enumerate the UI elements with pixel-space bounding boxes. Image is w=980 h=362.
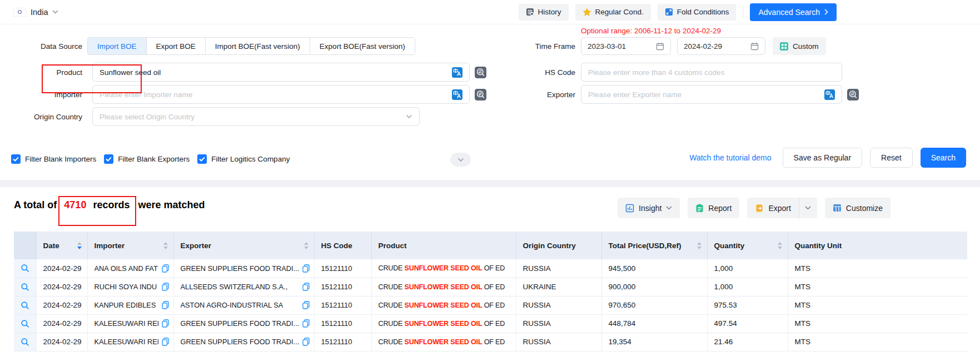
checkbox-label: Filter Blank Exporters (118, 155, 190, 163)
translate-icon[interactable] (452, 89, 462, 100)
export-button[interactable]: Export (747, 198, 798, 218)
exporter-placeholder: Please enter Exporter name (588, 90, 681, 99)
calendar-icon[interactable] (750, 42, 759, 51)
report-button[interactable]: Report (688, 198, 739, 218)
sort-arrows-icon[interactable] (301, 242, 309, 249)
data-source-tabs: Import BOE Export BOE Import BOE(Fast ve… (87, 37, 415, 55)
copy-icon[interactable] (302, 319, 310, 328)
tab-export-boe[interactable]: Export BOE (146, 38, 205, 54)
origin-country-select[interactable]: Please select Origin Country (92, 107, 420, 126)
sort-arrows-icon[interactable] (774, 242, 782, 249)
hs-code-input[interactable]: Please enter more than 4 customs codes (581, 63, 842, 82)
copy-icon[interactable] (162, 301, 169, 309)
cell-product: CRUDE SUNFLOWER SEED OIL OF ED (371, 278, 516, 296)
copy-icon[interactable] (162, 338, 169, 346)
cell-origin-country: UKRAINE (516, 278, 601, 296)
results-section: A total of 4710records were matched Insi… (0, 187, 980, 362)
fuzzy-match-toggle-icon[interactable] (475, 67, 486, 78)
column-header-total-price-usd-ref[interactable]: Total Price(USD,Ref) (601, 232, 707, 259)
copy-icon[interactable] (302, 283, 310, 291)
customize-icon (833, 204, 842, 212)
fuzzy-match-toggle-icon[interactable] (475, 89, 486, 100)
sort-arrows-icon[interactable] (694, 242, 702, 249)
cell-exporter: ASTON AGRO-INDUSTRIAL SA (181, 301, 283, 309)
topbar-actions: History Regular Cond. Fold Conditions Ad… (519, 3, 837, 21)
fuzzy-match-toggle-icon[interactable] (847, 89, 859, 100)
chevron-down-icon (406, 114, 412, 119)
sort-arrows-icon[interactable] (160, 242, 168, 249)
column-header-exporter[interactable]: Exporter (173, 232, 314, 259)
tutorial-demo-link[interactable]: Watch the tutorial demo (689, 153, 771, 162)
tab-import-boe-fast[interactable]: Import BOE(Fast version) (205, 38, 310, 54)
product-label: Product (14, 68, 82, 77)
collapse-panel-button[interactable] (450, 153, 471, 167)
column-header-importer[interactable]: Importer (87, 232, 173, 259)
insight-button[interactable]: Insight (618, 198, 680, 218)
row-detail-icon[interactable] (21, 301, 29, 310)
filter-blank-importers-checkbox[interactable]: Filter Blank Importers (11, 154, 96, 164)
cell-quantity-unit: MTS (788, 314, 967, 333)
regular-cond-button[interactable]: Regular Cond. (575, 4, 651, 21)
exporter-input[interactable]: Please enter Exporter name (581, 85, 842, 104)
cell-date: 2024-02-29 (36, 259, 87, 278)
cell-total-price: 945,500 (601, 259, 707, 278)
copy-icon[interactable] (162, 283, 169, 291)
time-frame-row: Time Frame 2023-03-01 2024-02-29 Custom (489, 37, 826, 55)
checkbox-checked-icon (104, 154, 113, 164)
copy-icon[interactable] (162, 319, 169, 328)
export-options-button[interactable] (799, 198, 817, 218)
report-label: Report (708, 204, 732, 213)
date-end-input[interactable]: 2024-02-29 (677, 37, 765, 55)
customize-button[interactable]: Customize (825, 198, 891, 218)
column-header-quantity-unit: Quantity Unit (788, 232, 967, 259)
translate-icon[interactable] (824, 89, 835, 100)
copy-icon[interactable] (162, 264, 169, 273)
column-header-date[interactable]: Date (36, 232, 87, 259)
search-button[interactable]: Search (921, 148, 966, 168)
fold-icon (665, 8, 673, 16)
record-count: 4710 (64, 199, 86, 210)
cell-date: 2024-02-29 (36, 333, 87, 351)
origin-country-row: Origin Country Please select Origin Coun… (14, 107, 420, 126)
history-button[interactable]: History (519, 4, 569, 21)
calendar-icon[interactable] (656, 42, 664, 51)
cell-total-price: 448,784 (601, 314, 707, 333)
row-detail-icon[interactable] (21, 283, 29, 291)
save-as-regular-button[interactable]: Save as Regular (783, 148, 863, 168)
summary-suffix: were matched (138, 199, 205, 210)
reset-button[interactable]: Reset (870, 148, 913, 168)
advanced-search-button[interactable]: Advanced Search (750, 3, 837, 21)
row-detail-icon[interactable] (21, 338, 29, 346)
insight-label: Insight (639, 204, 661, 213)
hs-code-label: HS Code (489, 68, 575, 77)
custom-label: Custom (793, 42, 819, 51)
row-detail-icon[interactable] (21, 319, 29, 328)
cell-total-price: 19,354 (601, 333, 707, 351)
table-row: 2024-02-29RUCHI SOYA INDUALLSEEDS SWITZE… (14, 278, 967, 296)
filter-logitics-company-checkbox[interactable]: Filter Logitics Company (197, 154, 290, 164)
page: India History Regular Cond. (0, 0, 980, 362)
fold-conditions-button[interactable]: Fold Conditions (658, 4, 737, 21)
sort-arrows-icon[interactable] (74, 242, 82, 249)
importer-input[interactable]: Please enter Importer name (92, 85, 470, 104)
filter-blank-exporters-checkbox[interactable]: Filter Blank Exporters (104, 154, 190, 164)
copy-icon[interactable] (302, 264, 310, 273)
checkbox-label: Filter Blank Importers (25, 155, 96, 163)
country-selector[interactable]: India (13, 8, 58, 17)
tab-export-boe-fast[interactable]: Export BOE(Fast version) (310, 38, 415, 54)
table-row: 2024-02-29KALEESUWARI REFGREEN SUPPLIERS… (14, 314, 967, 333)
cell-origin-country: RUSSIA (516, 333, 601, 351)
tab-import-boe[interactable]: Import BOE (88, 38, 146, 54)
copy-icon[interactable] (302, 301, 310, 309)
date-start-input[interactable]: 2023-03-01 (581, 37, 671, 55)
table-body: 2024-02-29ANA OILS AND FATGREEN SUPPLIER… (14, 259, 967, 351)
chevron-down-icon (666, 206, 672, 210)
custom-range-button[interactable]: Custom (773, 37, 826, 55)
divider (743, 7, 743, 18)
copy-icon[interactable] (302, 338, 310, 346)
row-detail-icon[interactable] (21, 264, 29, 273)
checkbox-row: Filter Blank Importers Filter Blank Expo… (11, 149, 297, 168)
translate-icon[interactable] (452, 67, 462, 78)
column-header-quantity[interactable]: Quantity (707, 232, 788, 259)
product-input[interactable]: Sunflower seed oil (92, 63, 470, 82)
